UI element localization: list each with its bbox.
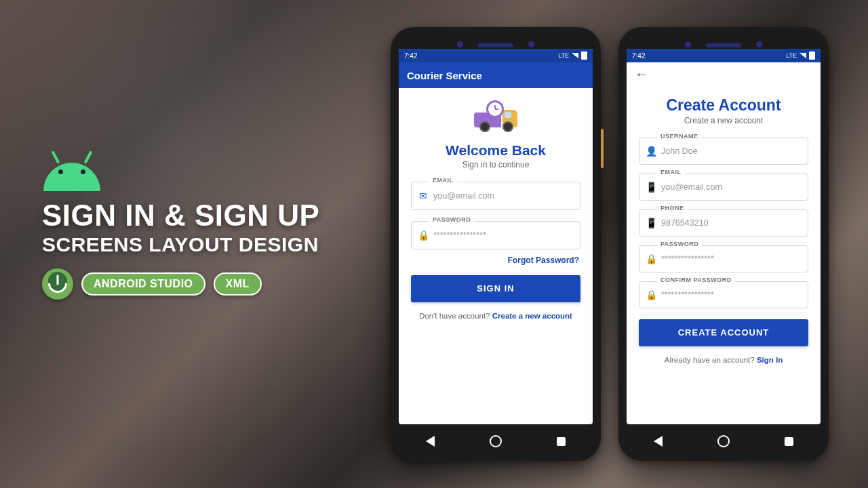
create-account-button[interactable]: CREATE ACCOUNT (639, 319, 808, 346)
phone-signin: 7:42 LTE Courier Service Welcome Back Si… (391, 27, 601, 461)
confirm-password-field[interactable]: CONFIRM PASSWORD 🔒 (639, 281, 808, 308)
email-label: EMAIL (657, 169, 685, 176)
signin-button[interactable]: SIGN IN (411, 275, 580, 302)
signup-footer: Already have an account? Sign In (639, 356, 808, 364)
username-input[interactable] (657, 146, 802, 157)
nav-home-icon[interactable] (717, 435, 730, 447)
nav-back-icon[interactable] (426, 436, 435, 447)
phone-signup: 7:42 LTE ← Create Account Create a new a… (618, 27, 829, 461)
status-net: LTE (786, 52, 797, 59)
back-arrow-icon[interactable]: ← (635, 66, 648, 82)
lock-icon: 🔒 (417, 230, 429, 241)
email-input[interactable] (429, 190, 574, 201)
forgot-password-link[interactable]: Forgot Password? (508, 256, 579, 265)
android-nav-bar (627, 430, 821, 453)
lock-icon: 🔒 (645, 289, 657, 300)
promo-title-1: SIGN IN & SIGN UP (42, 201, 319, 230)
password-input[interactable] (429, 230, 574, 241)
password-field[interactable]: PASSWORD 🔒 (639, 245, 808, 272)
promo-title-2: SCREENS LAYOUT DESIGN (42, 233, 319, 256)
signin-subtitle: Sign in to continue (411, 160, 580, 169)
status-bar: 7:42 LTE (399, 49, 593, 62)
email-input[interactable] (657, 182, 802, 192)
confirm-password-input[interactable] (657, 289, 802, 300)
status-bar: 7:42 LTE (627, 49, 821, 62)
courier-truck-icon (474, 103, 517, 133)
battery-icon (581, 52, 587, 60)
phone-field[interactable]: PHONE 📱 (639, 209, 808, 237)
signal-icon (800, 53, 806, 58)
signin-link[interactable]: Sign In (757, 356, 783, 364)
email-field[interactable]: EMAIL ✉ (411, 182, 580, 210)
status-net: LTE (558, 52, 569, 59)
email-label: EMAIL (429, 177, 457, 184)
battery-icon (809, 52, 815, 60)
android-nav-bar (399, 430, 593, 453)
nav-home-icon[interactable] (490, 435, 502, 447)
lock-icon: 🔒 (645, 253, 657, 264)
password-label: PASSWORD (429, 216, 474, 223)
signin-footer: Don't have account? Create a new account (411, 312, 580, 320)
signup-heading: Create Account (639, 96, 808, 115)
android-icon (43, 156, 100, 191)
app-title: Courier Service (407, 70, 482, 81)
password-input[interactable] (657, 253, 802, 264)
person-icon: 👤 (645, 146, 657, 157)
password-field[interactable]: PASSWORD 🔒 (411, 221, 580, 249)
phone-portrait-icon: 📱 (645, 182, 657, 192)
confirm-password-label: CONFIRM PASSWORD (657, 277, 735, 283)
email-field[interactable]: EMAIL 📱 (639, 174, 808, 201)
signin-heading: Welcome Back (411, 142, 580, 159)
status-time: 7:42 (632, 52, 645, 60)
badge-android-studio: ANDROID STUDIO (81, 272, 205, 296)
username-label: USERNAME (657, 133, 702, 140)
app-bar: Courier Service (399, 62, 593, 88)
nav-back-icon[interactable] (654, 436, 663, 447)
password-label: PASSWORD (657, 241, 702, 247)
phone-label: PHONE (657, 205, 688, 211)
phone-portrait-icon: 📱 (645, 218, 657, 228)
nav-recent-icon[interactable] (785, 437, 793, 446)
signal-icon (572, 53, 578, 58)
create-account-link[interactable]: Create a new account (492, 312, 572, 320)
android-studio-icon (42, 268, 73, 300)
status-time: 7:42 (404, 52, 417, 60)
signup-subtitle: Create a new account (639, 116, 808, 125)
app-bar: ← (627, 62, 821, 85)
phone-input[interactable] (657, 218, 802, 228)
username-field[interactable]: USERNAME 👤 (639, 138, 808, 165)
promo-panel: SIGN IN & SIGN UP SCREENS LAYOUT DESIGN … (42, 156, 319, 300)
nav-recent-icon[interactable] (557, 437, 566, 446)
badge-xml: XML (214, 272, 262, 296)
email-icon: ✉ (417, 190, 429, 201)
